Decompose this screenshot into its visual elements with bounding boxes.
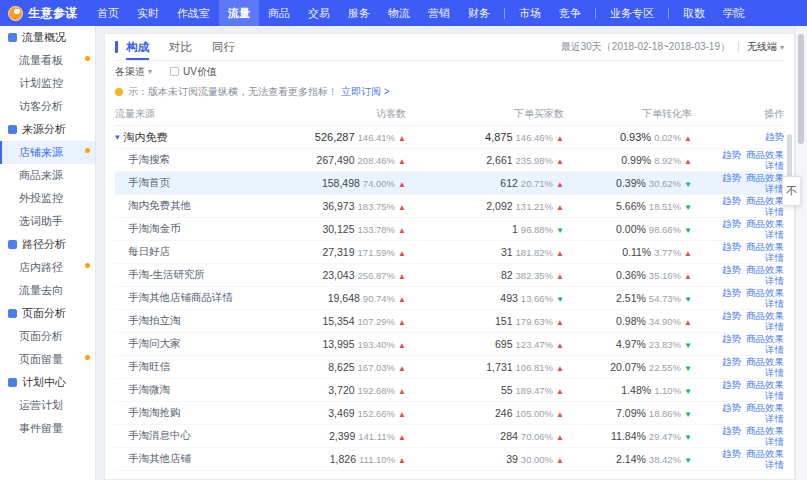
metric-change: 98.66%: [649, 224, 681, 235]
table-row: 手淘淘金币30,125133.78%▲196.88%▼0.00%98.66%▼趋…: [115, 218, 784, 241]
nav-item-作战室[interactable]: 作战室: [168, 0, 219, 26]
action-link-趋势[interactable]: 趋势: [722, 426, 741, 436]
expand-caret-icon[interactable]: ▾: [115, 133, 120, 142]
action-link-趋势[interactable]: 趋势: [765, 132, 784, 142]
sidebar-item-商品来源[interactable]: 商品来源: [0, 164, 95, 187]
nav-item-营销[interactable]: 营销: [419, 0, 459, 26]
action-link-趋势[interactable]: 趋势: [722, 380, 741, 390]
nav-item-商品[interactable]: 商品: [259, 0, 299, 26]
action-link-详情[interactable]: 详情: [765, 437, 784, 447]
nav-item-学院[interactable]: 学院: [714, 0, 754, 26]
action-link-商品效果[interactable]: 商品效果: [746, 449, 784, 459]
action-link-商品效果[interactable]: 商品效果: [746, 288, 784, 298]
action-link-详情[interactable]: 详情: [765, 368, 784, 378]
action-link-商品效果[interactable]: 商品效果: [746, 403, 784, 413]
sidebar-item-计划监控[interactable]: 计划监控: [0, 72, 95, 95]
nav-item-财务[interactable]: 财务: [459, 0, 499, 26]
date-range-picker[interactable]: 最近30天（2018-02-18~2018-03-19）: [561, 40, 730, 54]
page-scrollbar[interactable]: [795, 26, 807, 480]
sidebar-item-页面分析[interactable]: 页面分析: [0, 325, 95, 348]
terminal-dropdown[interactable]: 无线端 ▾: [747, 40, 784, 54]
sidebar-item-页面分析[interactable]: 页面分析: [0, 302, 95, 325]
action-link-趋势[interactable]: 趋势: [722, 449, 741, 459]
action-link-趋势[interactable]: 趋势: [722, 150, 741, 160]
source-name-cell[interactable]: ▾淘内免费: [115, 130, 248, 145]
tab-同行[interactable]: 同行: [212, 34, 235, 60]
metric-change: 131.21%: [516, 201, 554, 212]
feedback-tab[interactable]: 不: [782, 176, 801, 206]
action-link-详情[interactable]: 详情: [765, 414, 784, 424]
tab-对比[interactable]: 对比: [169, 34, 192, 60]
nav-item-流量[interactable]: 流量: [219, 0, 259, 26]
action-link-详情[interactable]: 详情: [765, 161, 784, 171]
metric-value: 0.93%: [620, 131, 651, 143]
sidebar-item-选词助手[interactable]: 选词助手: [0, 210, 95, 233]
action-link-详情[interactable]: 详情: [765, 345, 784, 355]
nav-item-物流[interactable]: 物流: [379, 0, 419, 26]
action-link-商品效果[interactable]: 商品效果: [746, 219, 784, 229]
action-link-趋势[interactable]: 趋势: [722, 403, 741, 413]
nav-item-业务专区[interactable]: 业务专区: [601, 0, 663, 26]
action-link-详情[interactable]: 详情: [765, 299, 784, 309]
nav-item-实时[interactable]: 实时: [128, 0, 168, 26]
action-link-商品效果[interactable]: 商品效果: [746, 426, 784, 436]
sidebar-item-计划中心[interactable]: 计划中心: [0, 371, 95, 394]
action-link-详情[interactable]: 详情: [765, 460, 784, 470]
action-link-趋势[interactable]: 趋势: [722, 311, 741, 321]
action-link-详情[interactable]: 详情: [765, 253, 784, 263]
action-link-详情[interactable]: 详情: [765, 322, 784, 332]
action-link-趋势[interactable]: 趋势: [722, 288, 741, 298]
nav-item-竞争[interactable]: 竞争: [550, 0, 590, 26]
metric-change: 3.77%: [654, 247, 681, 258]
action-link-详情[interactable]: 详情: [765, 230, 784, 240]
action-link-详情[interactable]: 详情: [765, 207, 784, 217]
sidebar-item-来源分析[interactable]: 来源分析: [0, 118, 95, 141]
tab-构成[interactable]: 构成: [126, 34, 149, 60]
sidebar-item-label: 访客分析: [19, 99, 63, 114]
metric-change: 183.75%: [358, 201, 396, 212]
action-link-趋势[interactable]: 趋势: [722, 173, 741, 183]
action-link-趋势[interactable]: 趋势: [722, 219, 741, 229]
action-link-趋势[interactable]: 趋势: [722, 242, 741, 252]
source-name: 手淘淘金币: [128, 222, 181, 236]
uv-value-checkbox[interactable]: UV价值: [170, 65, 217, 79]
action-link-商品效果[interactable]: 商品效果: [746, 311, 784, 321]
subscribe-link[interactable]: 立即订阅 >: [341, 85, 390, 99]
sidebar-item-访客分析[interactable]: 访客分析: [0, 95, 95, 118]
page-scrollbar-thumb[interactable]: [798, 34, 804, 144]
nav-item-市场[interactable]: 市场: [510, 0, 550, 26]
brand[interactable]: 生意参谋: [8, 5, 78, 22]
sidebar-item-路径分析[interactable]: 路径分析: [0, 233, 95, 256]
sidebar-item-流量看板[interactable]: 流量看板: [0, 49, 95, 72]
sidebar-item-店内路径[interactable]: 店内路径: [0, 256, 95, 279]
action-link-趋势[interactable]: 趋势: [722, 196, 741, 206]
action-link-详情[interactable]: 详情: [765, 391, 784, 401]
channel-dropdown[interactable]: 各渠道 ▾: [115, 65, 152, 79]
action-link-商品效果[interactable]: 商品效果: [746, 265, 784, 275]
nav-item-交易[interactable]: 交易: [299, 0, 339, 26]
action-link-商品效果[interactable]: 商品效果: [746, 173, 784, 183]
action-link-趋势[interactable]: 趋势: [722, 357, 741, 367]
sidebar-item-店铺来源[interactable]: 店铺来源: [0, 141, 95, 164]
sidebar-item-事件留量[interactable]: 事件留量: [0, 417, 95, 440]
action-link-趋势[interactable]: 趋势: [722, 334, 741, 344]
action-link-详情[interactable]: 详情: [765, 276, 784, 286]
sidebar-item-流量去向[interactable]: 流量去向: [0, 279, 95, 302]
action-link-商品效果[interactable]: 商品效果: [746, 357, 784, 367]
action-link-商品效果[interactable]: 商品效果: [746, 380, 784, 390]
action-link-趋势[interactable]: 趋势: [722, 265, 741, 275]
sidebar-item-外投监控[interactable]: 外投监控: [0, 187, 95, 210]
nav-item-取数[interactable]: 取数: [674, 0, 714, 26]
metric-cell: 1,826111.10%▲: [248, 453, 406, 465]
nav-item-首页[interactable]: 首页: [88, 0, 128, 26]
nav-item-服务[interactable]: 服务: [339, 0, 379, 26]
sidebar-item-流量概况[interactable]: 流量概况: [0, 26, 95, 49]
metric-value: 27,319: [322, 246, 354, 258]
action-link-商品效果[interactable]: 商品效果: [746, 334, 784, 344]
action-link-商品效果[interactable]: 商品效果: [746, 196, 784, 206]
sidebar-item-运营计划[interactable]: 运营计划: [0, 394, 95, 417]
action-link-商品效果[interactable]: 商品效果: [746, 150, 784, 160]
sidebar-item-页面留量[interactable]: 页面留量: [0, 348, 95, 371]
action-link-商品效果[interactable]: 商品效果: [746, 242, 784, 252]
metric-cell: 526,287146.41%▲: [248, 131, 406, 143]
